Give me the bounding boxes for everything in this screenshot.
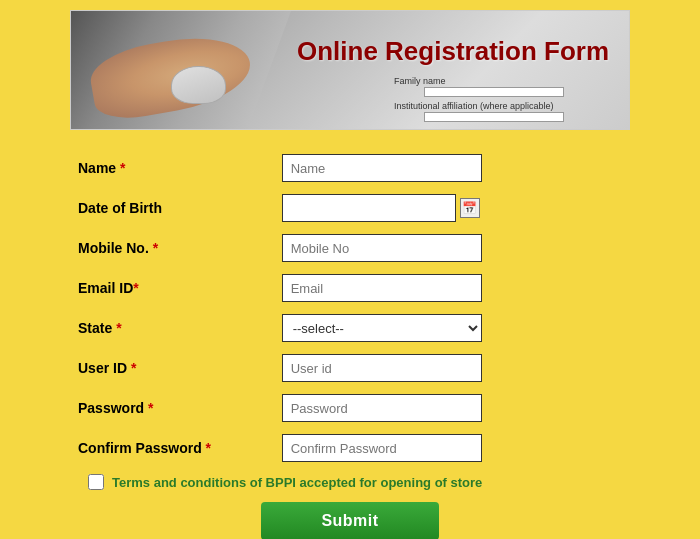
userid-input[interactable] (282, 354, 482, 382)
dob-input[interactable] (282, 194, 456, 222)
password-row: Password * (70, 388, 630, 428)
mobile-input-cell (274, 228, 630, 268)
confirm-password-row: Confirm Password * (70, 428, 630, 468)
password-input[interactable] (282, 394, 482, 422)
state-input-cell: --select-- Andhra Pradesh Bihar Delhi Gu… (274, 308, 630, 348)
submit-cell: Submit (70, 496, 630, 539)
password-input-cell (274, 388, 630, 428)
state-required-marker: * (116, 320, 121, 336)
email-label: Email ID* (70, 268, 274, 308)
banner-title-area: Online Registration Form (297, 36, 609, 67)
confirm-password-label: Confirm Password * (70, 428, 274, 468)
email-required-marker: * (133, 280, 138, 296)
confirm-password-input[interactable] (282, 434, 482, 462)
state-select[interactable]: --select-- Andhra Pradesh Bihar Delhi Gu… (282, 314, 482, 342)
banner-form-decoration: Family name Institutional affiliation (w… (394, 76, 614, 126)
mobile-input[interactable] (282, 234, 482, 262)
page-title: Online Registration Form (297, 36, 609, 67)
mobile-required-marker: * (153, 240, 158, 256)
mobile-row: Mobile No. * (70, 228, 630, 268)
email-row: Email ID* (70, 268, 630, 308)
dob-input-cell: 📅 (274, 188, 630, 228)
terms-cell: Terms and conditions of BPPI accepted fo… (70, 468, 630, 496)
userid-required-marker: * (131, 360, 136, 376)
confirm-password-input-cell (274, 428, 630, 468)
password-label: Password * (70, 388, 274, 428)
calendar-icon[interactable]: 📅 (460, 198, 480, 218)
terms-container: Terms and conditions of BPPI accepted fo… (78, 474, 622, 490)
date-wrapper: 📅 (282, 194, 622, 222)
name-required-marker: * (120, 160, 125, 176)
dob-row: Date of Birth 📅 (70, 188, 630, 228)
email-input[interactable] (282, 274, 482, 302)
terms-row: Terms and conditions of BPPI accepted fo… (70, 468, 630, 496)
state-row: State * --select-- Andhra Pradesh Bihar … (70, 308, 630, 348)
userid-input-cell (274, 348, 630, 388)
page-container: Online Registration Form Family name Ins… (70, 10, 630, 539)
terms-checkbox[interactable] (88, 474, 104, 490)
submit-button[interactable]: Submit (261, 502, 438, 539)
registration-form: Name * Date of Birth 📅 Mo (70, 148, 630, 539)
submit-row: Submit (70, 496, 630, 539)
state-label: State * (70, 308, 274, 348)
password-required-marker: * (148, 400, 153, 416)
dob-label: Date of Birth (70, 188, 274, 228)
mobile-label: Mobile No. * (70, 228, 274, 268)
confirm-password-required-marker: * (206, 440, 211, 456)
name-input-cell (274, 148, 630, 188)
name-label: Name * (70, 148, 274, 188)
userid-label: User ID * (70, 348, 274, 388)
name-row: Name * (70, 148, 630, 188)
email-input-cell (274, 268, 630, 308)
terms-text: Terms and conditions of BPPI accepted fo… (112, 475, 482, 490)
name-input[interactable] (282, 154, 482, 182)
userid-row: User ID * (70, 348, 630, 388)
banner: Online Registration Form Family name Ins… (70, 10, 630, 130)
banner-mouse (171, 66, 226, 104)
